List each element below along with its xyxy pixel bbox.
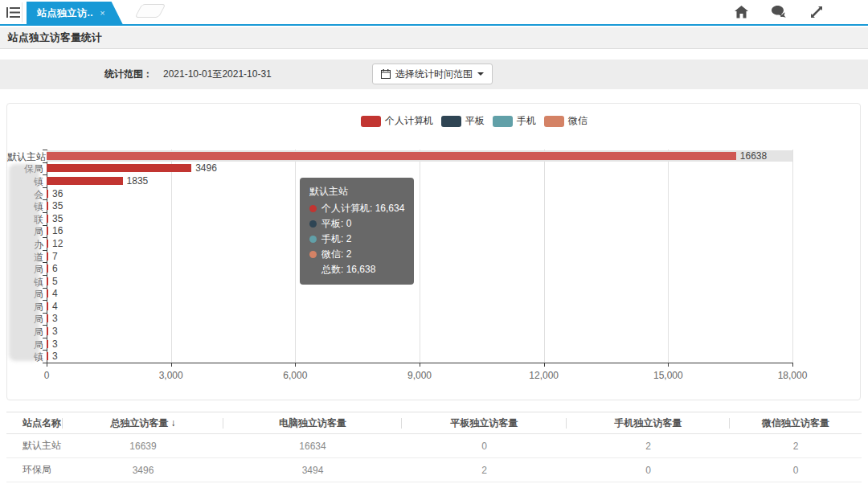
bar-value-label: 36 xyxy=(52,188,63,199)
column-header-1[interactable]: 站点名称 xyxy=(6,412,63,434)
tab-close-icon[interactable]: × xyxy=(100,8,104,18)
bar-value-label: 3496 xyxy=(195,162,217,174)
series-dot-icon xyxy=(309,236,317,243)
chart-card: 个人计算机平板手机微信03,0006,0009,00012,00015,0001… xyxy=(6,103,861,400)
bar[interactable] xyxy=(47,202,48,210)
tab-site-visitors[interactable]: 站点独立访.. × xyxy=(27,2,123,24)
tooltip-series-text: 个人计算机: 16,634 xyxy=(321,201,404,216)
bar[interactable] xyxy=(47,177,123,185)
ghost-tab xyxy=(134,4,166,18)
bar-value-label: 35 xyxy=(52,200,63,211)
tab-label: 站点独立访.. xyxy=(37,6,93,20)
bar[interactable] xyxy=(47,352,48,360)
table-cell: 0 xyxy=(567,458,730,482)
table-cell: 2 xyxy=(402,458,567,482)
bar-value-label: 3 xyxy=(52,313,58,324)
bar[interactable] xyxy=(47,227,48,235)
chart-tooltip: 默认主站个人计算机: 16,634平板: 0手机: 2微信: 2总数: 16,6… xyxy=(300,178,414,285)
series-dot-icon xyxy=(309,251,317,258)
legend-label: 个人计算机 xyxy=(385,114,433,128)
bar[interactable] xyxy=(47,252,48,260)
chat-icon[interactable] xyxy=(772,6,787,18)
column-header-6[interactable]: 微信独立访客量 xyxy=(730,412,862,434)
bar-value-label: 6 xyxy=(52,263,58,274)
y-axis-category-label: 默认主站 xyxy=(7,150,43,164)
bar[interactable] xyxy=(47,302,48,310)
gridline xyxy=(295,150,296,363)
tooltip-series-text: 微信: 2 xyxy=(321,247,351,262)
table-cell: 2 xyxy=(567,434,730,458)
page-title: 站点独立访客量统计 xyxy=(8,31,102,43)
table-cell: 2 xyxy=(730,434,862,458)
fullscreen-icon[interactable] xyxy=(810,6,823,18)
x-axis-label: 3,000 xyxy=(145,370,197,381)
table-cell: 16634 xyxy=(223,434,402,458)
legend-item-4[interactable]: 微信 xyxy=(544,114,588,128)
tooltip-series-row: 微信: 2 xyxy=(309,247,404,262)
table-header-row: 站点名称总独立访客量↓电脑独立访客量平板独立访客量手机独立访客量微信独立访客量 xyxy=(6,412,862,434)
select-date-range-button[interactable]: 选择统计时间范围 xyxy=(372,64,493,84)
tooltip-series-text: 手机: 2 xyxy=(321,232,351,247)
x-axis-label: 18,000 xyxy=(767,370,818,381)
gridline xyxy=(544,150,545,363)
topbar: 站点独立访.. × xyxy=(0,0,868,26)
x-axis-label: 12,000 xyxy=(518,370,570,381)
table-cell: 16639 xyxy=(63,434,223,458)
series-dot-icon xyxy=(309,205,317,212)
legend-item-3[interactable]: 手机 xyxy=(493,114,536,128)
table-cell: 3496 xyxy=(63,458,223,482)
filter-date-range: 2021-10-01至2021-10-31 xyxy=(163,68,272,81)
chevron-down-icon xyxy=(477,72,484,76)
chart-legend: 个人计算机平板手机微信 xyxy=(361,114,588,128)
legend-swatch-icon xyxy=(361,116,381,127)
tooltip-series-row: 个人计算机: 16,634 xyxy=(309,201,404,216)
stats-table: 站点名称总独立访客量↓电脑独立访客量平板独立访客量手机独立访客量微信独立访客量默… xyxy=(6,412,862,482)
bar[interactable] xyxy=(47,314,48,322)
legend-label: 手机 xyxy=(517,114,536,128)
bar[interactable] xyxy=(47,327,48,335)
bar-value-label: 16 xyxy=(52,225,63,236)
bar[interactable] xyxy=(47,215,48,223)
bar[interactable] xyxy=(47,164,191,172)
bar[interactable] xyxy=(47,277,48,285)
bar[interactable] xyxy=(47,265,48,273)
page-title-bar: 站点独立访客量统计 xyxy=(0,27,868,49)
topbar-actions xyxy=(735,6,823,18)
gridline xyxy=(792,150,793,363)
site-stats-table: 站点名称总独立访客量↓电脑独立访客量平板独立访客量手机独立访客量微信独立访客量默… xyxy=(6,412,862,482)
sort-desc-icon[interactable]: ↓ xyxy=(171,417,176,429)
bar[interactable] xyxy=(47,289,48,297)
legend-swatch-icon xyxy=(441,116,461,127)
menu-collapse-icon[interactable] xyxy=(6,6,20,18)
legend-item-1[interactable]: 个人计算机 xyxy=(361,114,433,128)
bar-value-label: 5 xyxy=(52,276,58,287)
x-axis-label: 9,000 xyxy=(394,370,445,381)
column-header-3[interactable]: 电脑独立访客量 xyxy=(223,412,402,434)
legend-item-2[interactable]: 平板 xyxy=(441,114,485,128)
tooltip-series-row: 手机: 2 xyxy=(309,232,404,247)
home-icon[interactable] xyxy=(735,6,748,18)
x-axis-line xyxy=(47,363,792,363)
table-cell: 3494 xyxy=(223,458,402,482)
bar[interactable] xyxy=(47,190,48,198)
x-axis-tick xyxy=(792,363,793,367)
gridline xyxy=(420,150,420,363)
table-cell: 默认主站 xyxy=(6,434,63,458)
bar[interactable] xyxy=(47,152,736,160)
x-axis-label: 15,000 xyxy=(642,370,694,381)
column-header-4[interactable]: 平板独立访客量 xyxy=(402,412,567,434)
select-date-range-label: 选择统计时间范围 xyxy=(395,68,473,81)
bar[interactable] xyxy=(47,340,48,348)
bar-value-label: 3 xyxy=(52,338,58,350)
column-header-5[interactable]: 手机独立访客量 xyxy=(567,412,730,434)
bar[interactable] xyxy=(47,240,48,248)
bar-value-label: 1835 xyxy=(127,175,149,187)
bar-value-label: 4 xyxy=(52,301,58,312)
filter-bar: 统计范围： 2021-10-01至2021-10-31 选择统计时间范围 xyxy=(0,59,868,89)
legend-swatch-icon xyxy=(493,116,513,127)
column-header-2[interactable]: 总独立访客量↓ xyxy=(63,412,223,434)
bar-value-label: 3 xyxy=(52,326,58,337)
gridline xyxy=(668,150,669,363)
bar-value-label: 4 xyxy=(52,288,58,299)
tooltip-series-row: 平板: 0 xyxy=(309,216,404,232)
